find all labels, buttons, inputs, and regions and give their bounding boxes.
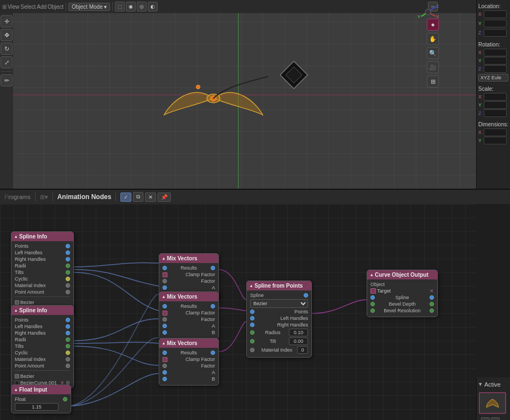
scale-z-input[interactable] <box>484 109 507 117</box>
spline-info-2-collapse[interactable]: ▴ <box>15 308 17 313</box>
mode-dropdown[interactable]: Object Mode ▾ <box>68 3 110 11</box>
sfp-bezier-dropdown[interactable]: Bezier <box>250 299 308 308</box>
mv3-b-row: B <box>163 376 215 382</box>
view-menu[interactable]: View <box>8 4 20 10</box>
mv2-clamp-checkbox[interactable] <box>163 311 167 316</box>
wireframe-btn[interactable]: ⬚ <box>115 2 125 11</box>
material-btn[interactable]: ◎ <box>137 2 147 11</box>
scale-y-input[interactable] <box>484 101 507 109</box>
mv2-clamp-row: Clamp Factor <box>163 310 215 316</box>
mat-index-row: Material Index <box>15 283 70 288</box>
annotate-tool[interactable]: ✏ <box>1 74 13 86</box>
sfp-collapse[interactable]: ▴ <box>250 283 252 288</box>
curve-object-output-node[interactable]: ▴ Curve Object Output Object Target ✕ <box>367 270 438 317</box>
loc-z-input[interactable] <box>484 29 507 37</box>
scale-tool[interactable]: ⤢ <box>1 56 13 68</box>
mix-vec-3-collapse[interactable]: ▴ <box>163 341 165 346</box>
sfp-tilt-input[interactable]: 0.00 <box>289 337 308 345</box>
mix-vec-2-title: Mix Vectors <box>167 294 198 300</box>
float-input-node[interactable]: ▴ Float Input Float 1.15 <box>11 384 71 413</box>
spline-info-node-2[interactable]: ▴ Spline Info Points Left Handles Right … <box>11 305 74 388</box>
node-editor[interactable]: Programs ⊞▾ Animation Nodes ✓ ⧉ ✕ 📌 <box>0 189 510 420</box>
dim-y-input[interactable] <box>484 137 507 144</box>
coo-target-x[interactable]: ✕ <box>430 288 434 294</box>
spline-from-points-node[interactable]: ▴ Spline from Points Spline Bezier <box>246 281 312 358</box>
cursor-tool[interactable]: ✛ <box>1 15 13 27</box>
mix-vec-2-collapse[interactable]: ▴ <box>163 294 165 299</box>
fi-collapse[interactable]: ▴ <box>15 387 17 392</box>
loc-z-row: Z <box>478 29 508 37</box>
cyclic-socket <box>66 277 70 281</box>
active-object-preview[interactable] <box>479 392 506 414</box>
scale-y-row: Y <box>478 101 508 109</box>
spline-info-node-1[interactable]: ▴ Spline Info Points Left Handles Right … <box>11 231 74 314</box>
mat-index-socket <box>66 283 70 288</box>
shading-buttons: ⬚ ◉ ◎ ◐ <box>115 2 158 11</box>
mix-vec-1-collapse[interactable]: ▴ <box>163 256 165 261</box>
scale-x-row: X <box>478 93 508 101</box>
right-handles-socket <box>66 257 70 261</box>
mv1-clamp-checkbox[interactable] <box>163 272 167 277</box>
rendered-btn[interactable]: ◐ <box>148 2 158 11</box>
coo-object-row: Object <box>370 282 434 287</box>
mix-vectors-node-3[interactable]: ▴ Mix Vectors Results Clamp Factor <box>159 338 219 386</box>
si2-tilts-socket <box>66 344 70 348</box>
close-btn[interactable]: ✕ <box>145 192 156 202</box>
fi-value-input[interactable]: 1.15 <box>15 403 59 411</box>
left-handles-socket <box>66 250 70 255</box>
axis-svg: Z X Y <box>417 1 439 23</box>
viewport-3d[interactable]: ⊞ View Select Add Object Object Mode ▾ ⬚… <box>0 0 476 189</box>
mix-vectors-node-2[interactable]: ▴ Mix Vectors Results Clamp Factor <box>159 291 219 339</box>
mv3-clamp-checkbox[interactable] <box>163 357 167 362</box>
viewport-right-tools: ● ✋ 🔍 🎥 ⊞ <box>426 16 440 90</box>
check-btn[interactable]: ✓ <box>120 192 131 202</box>
scale-x-input[interactable] <box>484 93 507 101</box>
active-icon-1[interactable]: ● <box>481 417 490 420</box>
editor-type-icon: ⊞ <box>2 4 7 10</box>
coo-title: Curve Object Output <box>375 272 428 278</box>
zoom-btn[interactable]: 🔍 <box>427 47 439 59</box>
rotation-mode-dropdown[interactable]: XYZ Eule <box>478 74 508 81</box>
coo-header: ▴ Curve Object Output <box>367 270 437 279</box>
x-label: X <box>478 11 483 17</box>
mv3-results-in-socket <box>163 351 167 355</box>
loc-y-input[interactable] <box>484 20 507 27</box>
scale-z-row: Z <box>478 109 508 117</box>
node-canvas[interactable]: ▴ Spline Info Points Left Handles Right … <box>0 204 476 420</box>
mix-vec-3-title: Mix Vectors <box>167 340 198 346</box>
grid-view-btn[interactable]: ⊞ <box>427 75 439 88</box>
rotate-tool[interactable]: ↻ <box>1 43 13 55</box>
sfp-mat-input[interactable]: 0 <box>297 346 308 354</box>
sfp-header: ▴ Spline from Points <box>247 281 311 290</box>
object-menu[interactable]: Object <box>48 4 63 10</box>
node-editor-buttons: ✓ ⧉ ✕ 📌 <box>120 192 171 202</box>
sfp-radius-input[interactable]: 0.10 <box>289 329 308 336</box>
active-icon-2[interactable]: ◎ <box>491 417 500 420</box>
pin-btn[interactable]: 📌 <box>158 192 171 202</box>
programs-label: Programs <box>4 194 31 200</box>
si2-right-handles-row: Right Handles <box>15 330 70 336</box>
solid-btn[interactable]: ◉ <box>126 2 136 11</box>
rot-x-input[interactable] <box>484 49 507 56</box>
hand-btn[interactable]: ✋ <box>427 33 439 45</box>
editor-type-icon[interactable]: ⊞▾ <box>40 194 48 201</box>
select-menu[interactable]: Select <box>21 4 36 10</box>
copy-btn[interactable]: ⧉ <box>133 192 143 202</box>
sfp-tilt-row: Tilt 0.00 <box>250 337 308 345</box>
camera-view-btn[interactable]: 🎥 <box>427 61 439 73</box>
coo-target-row: Target ✕ <box>370 288 434 294</box>
move-tool[interactable]: ✥ <box>1 29 13 41</box>
location-label: Location: <box>478 2 508 10</box>
mv1-clamp-row: Clamp Factor <box>163 272 215 277</box>
coo-collapse[interactable]: ▴ <box>370 272 373 277</box>
spline-info-1-collapse[interactable]: ▴ <box>15 234 17 239</box>
add-menu[interactable]: Add <box>37 4 47 10</box>
rot-y-input[interactable] <box>484 57 507 65</box>
rot-z-input[interactable] <box>484 65 507 73</box>
loc-x-input[interactable] <box>484 10 507 18</box>
mix-vec-3-body: Results Clamp Factor Factor A <box>159 348 218 385</box>
dim-x-input[interactable] <box>484 129 507 136</box>
mv1-results-row: Results <box>163 265 215 271</box>
sfp-mat-index-row: Material Index 0 <box>250 346 308 354</box>
mv2-a-socket <box>163 324 167 328</box>
